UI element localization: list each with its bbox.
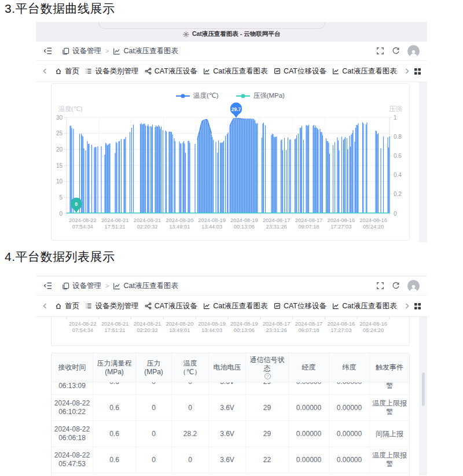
tab-item[interactable]: 设备类别管理 (85, 67, 138, 76)
table-cell: 0.00000 (289, 421, 329, 447)
table-cell: 29 (246, 395, 289, 420)
column-header-label: 纬度 (343, 363, 357, 372)
table-cell: 2024-08-22 05:47:53 (52, 447, 93, 473)
tab-item[interactable]: CAT位移设备 (274, 301, 326, 311)
menu-fold-icon[interactable] (43, 46, 53, 56)
column-header-label: 温度（℃） (174, 359, 207, 377)
breadcrumb-root[interactable]: 设备管理 (72, 46, 101, 56)
svg-text:0.6: 0.6 (394, 153, 402, 159)
table-cell: 温度上限报警 (370, 395, 409, 420)
svg-text:10: 10 (56, 178, 63, 185)
breadcrumb-current[interactable]: Cat液压查看图表 (123, 46, 178, 56)
chart-canvas[interactable]: 05101520253000.20.40.60.812024-08-2207:5… (52, 84, 409, 240)
chart-bottom-card: 2024-08-2207:54:342024-08-2117:51:212024… (51, 317, 410, 346)
home-icon (55, 68, 62, 75)
table-cell: 3.6V (209, 395, 246, 420)
column-header-label: 压力满量程(MPa) (95, 359, 134, 377)
legend-item-pressure[interactable]: 压强(MPa) (236, 91, 285, 100)
chart-card: 05101520253000.20.40.60.812024-08-2207:5… (51, 83, 410, 241)
refresh-icon[interactable] (392, 282, 400, 290)
tab-label: 设备类别管理 (95, 67, 138, 76)
fullscreen-icon[interactable] (376, 282, 384, 290)
browser-tab-outline (98, 22, 325, 29)
tab-item[interactable]: 首页 (55, 67, 79, 76)
tab-label: CAT液压设备 (155, 301, 197, 311)
tab-label: 首页 (65, 67, 79, 76)
tab-item[interactable]: CAT液压设备 (145, 67, 197, 76)
tab-item[interactable]: Cat液压查看图表 (332, 67, 396, 76)
tab-item[interactable]: Cat液压查看图表 (332, 301, 396, 311)
tab-item[interactable]: 首页 (55, 301, 79, 311)
svg-text:09:07:18: 09:07:18 (298, 224, 319, 230)
chevron-left-icon[interactable] (42, 68, 49, 75)
legend-item-temperature[interactable]: 温度(℃) (176, 91, 219, 100)
breadcrumb-separator: > (105, 47, 109, 54)
screenshot-table: 设备管理 > Cat液压查看图表 首页设备类别管理CAT液压设备Cat液压查看图… (36, 276, 427, 476)
table-cell: 0.00000 (329, 421, 370, 447)
column-header-label: 接收时间 (58, 363, 86, 372)
breadcrumb-current[interactable]: Cat液压查看图表 (123, 281, 178, 291)
chevron-right-icon[interactable] (403, 302, 410, 309)
tab-item[interactable]: CAT位移设备 (274, 67, 326, 76)
box-icon (274, 302, 281, 309)
tab-label: Cat液压查看图表 (342, 67, 396, 76)
breadcrumb-root[interactable]: 设备管理 (72, 281, 101, 291)
device-icon (62, 47, 69, 55)
legend-marker-pressure (236, 94, 250, 98)
refresh-icon[interactable] (392, 47, 400, 55)
help-icon[interactable]: ? (264, 373, 271, 379)
table-cell: 0 (136, 421, 172, 447)
tab-label: CAT位移设备 (284, 301, 326, 311)
table-cell: 温度上限报警 (370, 382, 409, 394)
legend-marker-temperature (176, 94, 190, 98)
svg-text:0.2: 0.2 (394, 191, 402, 197)
svg-text:13:44:03: 13:44:03 (201, 224, 222, 230)
svg-text:2024-08-19: 2024-08-19 (230, 217, 258, 223)
browser-title-text: Cat液压查看图表 - 云物联网平台 (192, 30, 280, 38)
tab-item[interactable]: CAT液压设备 (145, 301, 197, 311)
svg-text:17:51:21: 17:51:21 (105, 224, 126, 230)
page-content: 2024-08-2207:54:342024-08-2117:51:212024… (36, 317, 427, 475)
scrollbar-track[interactable] (419, 82, 427, 242)
chevron-left-icon[interactable] (42, 302, 49, 309)
svg-text:00:13:06: 00:13:06 (234, 224, 255, 230)
table-cell: 0 (172, 395, 209, 420)
table-cell: 温度上限报警 (370, 447, 409, 473)
table-cell: 22 (246, 447, 289, 473)
avatar[interactable] (407, 280, 420, 292)
chart-icon (113, 282, 120, 290)
tab-item[interactable]: Cat液压查看图表 (203, 301, 267, 311)
table-cell: 0.00000 (329, 382, 370, 394)
browser-chrome: Cat液压查看图表 - 云物联网平台 (36, 22, 427, 42)
table-cell: 0.00000 (329, 447, 370, 473)
svg-text:2024-08-17: 2024-08-17 (295, 217, 323, 223)
svg-text:2024-08-16: 2024-08-16 (359, 217, 387, 223)
tab-item[interactable]: Cat液压查看图表 (203, 67, 267, 76)
column-header: 压力满量程(MPa) (93, 353, 136, 382)
grid-menu-icon[interactable] (414, 302, 421, 310)
app-header: 设备管理 > Cat液压查看图表 (36, 42, 427, 61)
table-cell: 0.6 (93, 382, 136, 394)
column-header: 接收时间 (52, 353, 93, 382)
table-body: 2024-08-22 06:13:090.6003.6V290.000000.0… (52, 382, 409, 476)
grid-menu-icon[interactable] (414, 68, 421, 75)
avatar[interactable] (407, 45, 420, 57)
svg-text:02:20:32: 02:20:32 (137, 224, 157, 230)
column-header-label: 触发事件 (376, 363, 403, 372)
scrollbar-thumb[interactable] (422, 372, 425, 406)
column-header-label: 压力(MPa) (138, 359, 170, 377)
table-cell: 0 (136, 395, 172, 420)
column-header: 纬度 (329, 353, 370, 382)
table-cell: 0.00000 (289, 382, 329, 394)
chevron-right-icon[interactable] (403, 68, 410, 75)
tab-item[interactable]: 设备类别管理 (85, 301, 138, 311)
person-icon (409, 50, 418, 57)
svg-text:1: 1 (394, 115, 397, 121)
svg-text:13:49:01: 13:49:01 (169, 224, 190, 230)
x-axis-label: 2024-08-1709:07:18 (291, 321, 328, 334)
screenshot-chart: Cat液压查看图表 - 云物联网平台 设备管理 > Cat液压查看图表 (36, 22, 427, 243)
legend-label: 温度(℃) (193, 91, 219, 100)
table-cell: 0 (172, 447, 209, 473)
menu-fold-icon[interactable] (43, 281, 53, 290)
fullscreen-icon[interactable] (376, 47, 384, 55)
